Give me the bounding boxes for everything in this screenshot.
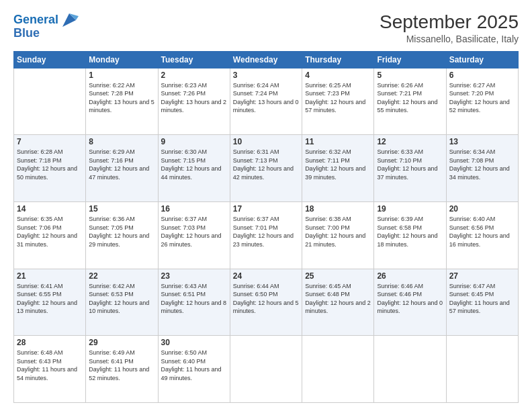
day-info: Sunrise: 6:36 AMSunset: 7:05 PMDaylight:…	[89, 215, 154, 248]
calendar-subtitle: Missanello, Basilicate, Italy	[380, 34, 519, 44]
day-info: Sunrise: 6:43 AMSunset: 6:51 PMDaylight:…	[161, 282, 227, 316]
calendar-cell: 28 Sunrise: 6:48 AMSunset: 6:43 PMDaylig…	[14, 336, 86, 403]
calendar-cell: 24 Sunrise: 6:44 AMSunset: 6:50 PMDaylig…	[230, 269, 302, 336]
day-number: 21	[17, 271, 83, 281]
day-number: 26	[377, 271, 443, 281]
header-sunday: Sunday	[14, 51, 86, 68]
day-number: 6	[449, 71, 515, 80]
calendar-cell: 18 Sunrise: 6:38 AMSunset: 7:00 PMDaylig…	[302, 201, 374, 269]
day-number: 23	[161, 271, 227, 281]
day-number: 29	[89, 338, 154, 347]
day-number: 2	[161, 71, 227, 80]
day-number: 3	[233, 71, 299, 80]
title-block: September 2025 Missanello, Basilicate, I…	[380, 11, 519, 44]
day-info: Sunrise: 6:22 AMSunset: 7:28 PMDaylight:…	[89, 81, 154, 115]
header: General Blue September 2025 Missanello, …	[13, 11, 519, 44]
day-number: 27	[449, 271, 515, 281]
logo-text-general: General	[13, 13, 58, 27]
logo: General Blue	[13, 11, 79, 40]
day-number: 19	[377, 204, 443, 214]
calendar-cell: 13 Sunrise: 6:34 AMSunset: 7:08 PMDaylig…	[446, 135, 518, 202]
calendar-cell: 1 Sunrise: 6:22 AMSunset: 7:28 PMDayligh…	[86, 68, 158, 135]
day-number: 4	[305, 71, 371, 80]
calendar-cell: 22 Sunrise: 6:42 AMSunset: 6:53 PMDaylig…	[86, 269, 158, 336]
day-info: Sunrise: 6:33 AMSunset: 7:10 PMDaylight:…	[377, 148, 443, 181]
calendar-cell: 21 Sunrise: 6:41 AMSunset: 6:55 PMDaylig…	[14, 269, 86, 336]
day-number: 16	[161, 204, 227, 214]
calendar-week-5: 28 Sunrise: 6:48 AMSunset: 6:43 PMDaylig…	[14, 336, 519, 403]
day-info: Sunrise: 6:35 AMSunset: 7:06 PMDaylight:…	[17, 215, 83, 248]
header-monday: Monday	[86, 51, 158, 68]
calendar-week-2: 7 Sunrise: 6:28 AMSunset: 7:18 PMDayligh…	[14, 135, 519, 202]
day-info: Sunrise: 6:31 AMSunset: 7:13 PMDaylight:…	[233, 148, 299, 181]
calendar-cell: 10 Sunrise: 6:31 AMSunset: 7:13 PMDaylig…	[230, 135, 302, 202]
calendar-title: September 2025	[380, 11, 519, 34]
day-number: 24	[233, 271, 299, 281]
day-number: 28	[17, 338, 83, 347]
day-info: Sunrise: 6:23 AMSunset: 7:26 PMDaylight:…	[161, 81, 227, 115]
day-info: Sunrise: 6:46 AMSunset: 6:46 PMDaylight:…	[377, 282, 443, 316]
calendar-cell: 6 Sunrise: 6:27 AMSunset: 7:20 PMDayligh…	[446, 68, 518, 135]
day-number: 15	[89, 204, 154, 214]
page: General Blue September 2025 Missanello, …	[0, 0, 532, 411]
calendar-cell: 17 Sunrise: 6:37 AMSunset: 7:01 PMDaylig…	[230, 201, 302, 269]
calendar-cell: 19 Sunrise: 6:39 AMSunset: 6:58 PMDaylig…	[374, 201, 446, 269]
logo-text-blue: Blue	[13, 27, 40, 40]
day-info: Sunrise: 6:38 AMSunset: 7:00 PMDaylight:…	[305, 215, 371, 248]
day-number: 5	[377, 71, 443, 80]
day-info: Sunrise: 6:48 AMSunset: 6:43 PMDaylight:…	[17, 349, 83, 382]
calendar-cell: 26 Sunrise: 6:46 AMSunset: 6:46 PMDaylig…	[374, 269, 446, 336]
day-number: 22	[89, 271, 154, 281]
calendar-cell: 14 Sunrise: 6:35 AMSunset: 7:06 PMDaylig…	[14, 201, 86, 269]
day-info: Sunrise: 6:50 AMSunset: 6:40 PMDaylight:…	[161, 349, 227, 382]
day-number: 30	[161, 338, 227, 347]
day-info: Sunrise: 6:40 AMSunset: 6:56 PMDaylight:…	[449, 215, 515, 248]
calendar-cell: 16 Sunrise: 6:37 AMSunset: 7:03 PMDaylig…	[158, 201, 230, 269]
day-info: Sunrise: 6:29 AMSunset: 7:16 PMDaylight:…	[89, 148, 154, 181]
day-info: Sunrise: 6:39 AMSunset: 6:58 PMDaylight:…	[377, 215, 443, 248]
day-info: Sunrise: 6:24 AMSunset: 7:24 PMDaylight:…	[233, 81, 299, 115]
day-info: Sunrise: 6:37 AMSunset: 7:01 PMDaylight:…	[233, 215, 299, 248]
calendar-cell: 11 Sunrise: 6:32 AMSunset: 7:11 PMDaylig…	[302, 135, 374, 202]
day-number: 8	[89, 137, 154, 146]
calendar-cell	[14, 68, 86, 135]
calendar-cell: 12 Sunrise: 6:33 AMSunset: 7:10 PMDaylig…	[374, 135, 446, 202]
day-number: 13	[449, 137, 515, 146]
day-info: Sunrise: 6:28 AMSunset: 7:18 PMDaylight:…	[17, 148, 83, 181]
day-number: 20	[449, 204, 515, 214]
header-wednesday: Wednesday	[230, 51, 302, 68]
calendar-cell: 23 Sunrise: 6:43 AMSunset: 6:51 PMDaylig…	[158, 269, 230, 336]
header-thursday: Thursday	[302, 51, 374, 68]
day-info: Sunrise: 6:25 AMSunset: 7:23 PMDaylight:…	[305, 81, 371, 115]
calendar-table: Sunday Monday Tuesday Wednesday Thursday…	[13, 51, 519, 403]
calendar-week-1: 1 Sunrise: 6:22 AMSunset: 7:28 PMDayligh…	[14, 68, 519, 135]
day-number: 9	[161, 137, 227, 146]
header-row: Sunday Monday Tuesday Wednesday Thursday…	[14, 51, 519, 68]
day-info: Sunrise: 6:44 AMSunset: 6:50 PMDaylight:…	[233, 282, 299, 316]
day-info: Sunrise: 6:49 AMSunset: 6:41 PMDaylight:…	[89, 349, 154, 382]
day-info: Sunrise: 6:34 AMSunset: 7:08 PMDaylight:…	[449, 148, 515, 181]
calendar-cell	[446, 336, 518, 403]
day-number: 11	[305, 137, 371, 146]
header-friday: Friday	[374, 51, 446, 68]
day-info: Sunrise: 6:47 AMSunset: 6:45 PMDaylight:…	[449, 282, 515, 316]
calendar-cell: 9 Sunrise: 6:30 AMSunset: 7:15 PMDayligh…	[158, 135, 230, 202]
day-number: 14	[17, 204, 83, 214]
header-tuesday: Tuesday	[158, 51, 230, 68]
calendar-cell: 27 Sunrise: 6:47 AMSunset: 6:45 PMDaylig…	[446, 269, 518, 336]
calendar-cell: 7 Sunrise: 6:28 AMSunset: 7:18 PMDayligh…	[14, 135, 86, 202]
calendar-cell: 25 Sunrise: 6:45 AMSunset: 6:48 PMDaylig…	[302, 269, 374, 336]
header-saturday: Saturday	[446, 51, 518, 68]
day-info: Sunrise: 6:27 AMSunset: 7:20 PMDaylight:…	[449, 81, 515, 115]
calendar-cell: 20 Sunrise: 6:40 AMSunset: 6:56 PMDaylig…	[446, 201, 518, 269]
day-info: Sunrise: 6:30 AMSunset: 7:15 PMDaylight:…	[161, 148, 227, 181]
day-number: 7	[17, 137, 83, 146]
day-info: Sunrise: 6:37 AMSunset: 7:03 PMDaylight:…	[161, 215, 227, 248]
logo-icon	[60, 11, 79, 30]
day-info: Sunrise: 6:32 AMSunset: 7:11 PMDaylight:…	[305, 148, 371, 181]
calendar-cell: 2 Sunrise: 6:23 AMSunset: 7:26 PMDayligh…	[158, 68, 230, 135]
calendar-cell	[374, 336, 446, 403]
day-number: 25	[305, 271, 371, 281]
calendar-cell: 29 Sunrise: 6:49 AMSunset: 6:41 PMDaylig…	[86, 336, 158, 403]
calendar-cell: 5 Sunrise: 6:26 AMSunset: 7:21 PMDayligh…	[374, 68, 446, 135]
